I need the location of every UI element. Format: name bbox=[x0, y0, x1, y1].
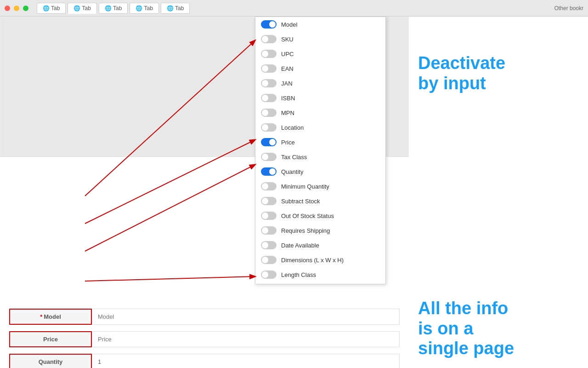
toggle-label-price: Price bbox=[281, 139, 295, 146]
browser-tab-5[interactable]: 🌐 Tab bbox=[161, 3, 190, 14]
toggle-knob bbox=[262, 124, 268, 131]
quantity-input[interactable] bbox=[92, 354, 400, 368]
toggle-switch-minimum-quantity[interactable] bbox=[261, 182, 277, 190]
toggle-label-requires-shipping: Requires Shipping bbox=[281, 227, 330, 234]
toggle-label-subtract-stock: Subtract Stock bbox=[281, 198, 320, 205]
toggle-label-date-available: Date Available bbox=[281, 242, 319, 249]
toggle-label-tax-class: Tax Class bbox=[281, 154, 307, 161]
dropdown-item-price[interactable]: Price bbox=[255, 135, 385, 150]
dropdown-item-sku[interactable]: SKU bbox=[255, 32, 385, 46]
dropdown-item-quantity[interactable]: Quantity bbox=[255, 164, 385, 179]
toggle-switch-requires-shipping[interactable] bbox=[261, 226, 277, 235]
dropdown-item-location[interactable]: Location bbox=[255, 120, 385, 135]
browser-tab-4[interactable]: 🌐 Tab bbox=[130, 3, 158, 14]
toggle-label-dimensions-(l-x-w-x-h): Dimensions (L x W x H) bbox=[281, 257, 344, 264]
toggle-knob bbox=[269, 139, 276, 145]
toggle-label-location: Location bbox=[281, 124, 304, 131]
annotation-single-page: All the infois on asingle page bbox=[418, 299, 579, 359]
toggle-knob bbox=[262, 257, 268, 263]
model-row: * Model bbox=[9, 309, 400, 325]
svg-line-3 bbox=[85, 165, 255, 251]
dropdown-item-minimum-quantity[interactable]: Minimum Quantity bbox=[255, 179, 385, 194]
left-panel: * Model Price Quantity Status Enabled bbox=[0, 17, 409, 368]
toggle-switch-model[interactable] bbox=[261, 20, 277, 29]
toggle-switch-length-class[interactable] bbox=[261, 270, 277, 279]
browser-tab-1[interactable]: 🌐 Tab bbox=[37, 3, 66, 14]
model-input[interactable] bbox=[92, 309, 400, 325]
form-section: * Model Price Quantity Status Enabled bbox=[0, 299, 409, 368]
required-star: * bbox=[40, 313, 42, 320]
toggle-knob bbox=[262, 227, 268, 234]
right-panel: Deactivateby input All the infois on asi… bbox=[409, 17, 588, 368]
dropdown-item-length-class[interactable]: Length Class bbox=[255, 267, 385, 282]
toggle-knob bbox=[262, 109, 268, 116]
toggle-switch-tax-class[interactable] bbox=[261, 153, 277, 161]
price-row: Price bbox=[9, 331, 400, 347]
toggle-label-model: Model bbox=[281, 21, 297, 28]
toggle-knob bbox=[262, 154, 268, 160]
dropdown-item-subtract-stock[interactable]: Subtract Stock bbox=[255, 194, 385, 208]
toggle-label-minimum-quantity: Minimum Quantity bbox=[281, 183, 329, 190]
toggle-knob bbox=[262, 198, 268, 204]
column-toggle-dropdown: ModelSKUUPCEANJANISBNMPNLocationPriceTax… bbox=[255, 17, 386, 284]
dropdown-item-upc[interactable]: UPC bbox=[255, 46, 385, 61]
toggle-label-isbn: ISBN bbox=[281, 95, 295, 102]
toggle-knob bbox=[262, 65, 268, 72]
toggle-switch-price[interactable] bbox=[261, 138, 277, 146]
toggle-switch-jan[interactable] bbox=[261, 79, 277, 87]
toggle-knob bbox=[262, 213, 268, 219]
toggle-switch-isbn[interactable] bbox=[261, 94, 277, 102]
dropdown-item-model[interactable]: Model bbox=[255, 17, 385, 32]
toggle-label-jan: JAN bbox=[281, 80, 293, 87]
dropdown-item-date-available[interactable]: Date Available bbox=[255, 238, 385, 253]
toggle-knob bbox=[262, 271, 268, 278]
browser-tabs: 🌐 Tab 🌐 Tab 🌐 Tab 🌐 Tab 🌐 Tab bbox=[37, 3, 551, 14]
browser-tab-2[interactable]: 🌐 Tab bbox=[68, 3, 96, 14]
toggle-label-mpn: MPN bbox=[281, 109, 294, 116]
toggle-label-quantity: Quantity bbox=[281, 168, 303, 175]
dropdown-item-out-of-stock-status[interactable]: Out Of Stock Status bbox=[255, 208, 385, 223]
toggle-knob bbox=[262, 242, 268, 248]
price-label: Price bbox=[9, 331, 92, 347]
dropdown-item-weight[interactable]: Weight bbox=[255, 282, 385, 284]
dropdown-item-jan[interactable]: JAN bbox=[255, 76, 385, 91]
dropdown-item-ean[interactable]: EAN bbox=[255, 61, 385, 76]
browser-tab-3[interactable]: 🌐 Tab bbox=[99, 3, 128, 14]
toggle-label-out-of-stock-status: Out Of Stock Status bbox=[281, 213, 334, 219]
other-bookmarks-label: Other bookr bbox=[554, 5, 583, 12]
toggle-switch-mpn[interactable] bbox=[261, 109, 277, 117]
toggle-knob bbox=[262, 36, 268, 42]
price-input[interactable] bbox=[92, 331, 400, 347]
browser-chrome: 🌐 Tab 🌐 Tab 🌐 Tab 🌐 Tab 🌐 Tab Other book… bbox=[0, 0, 588, 17]
toggle-knob bbox=[269, 168, 276, 175]
minimize-dot[interactable] bbox=[14, 6, 19, 11]
toggle-switch-subtract-stock[interactable] bbox=[261, 197, 277, 205]
toggle-knob bbox=[262, 51, 268, 57]
svg-line-4 bbox=[85, 276, 255, 281]
dropdown-item-requires-shipping[interactable]: Requires Shipping bbox=[255, 223, 385, 238]
toggle-knob bbox=[262, 95, 268, 101]
toggle-knob bbox=[262, 183, 268, 190]
maximize-dot[interactable] bbox=[23, 6, 28, 11]
toggle-switch-date-available[interactable] bbox=[261, 241, 277, 249]
close-dot[interactable] bbox=[5, 6, 10, 11]
toggle-label-sku: SKU bbox=[281, 36, 294, 43]
toggle-switch-dimensions-(l-x-w-x-h)[interactable] bbox=[261, 256, 277, 264]
toggle-label-ean: EAN bbox=[281, 65, 294, 72]
dropdown-scroll-area[interactable]: ModelSKUUPCEANJANISBNMPNLocationPriceTax… bbox=[255, 17, 385, 284]
dropdown-item-isbn[interactable]: ISBN bbox=[255, 91, 385, 105]
dropdown-item-tax-class[interactable]: Tax Class bbox=[255, 150, 385, 164]
dropdown-item-mpn[interactable]: MPN bbox=[255, 105, 385, 120]
toggle-switch-location[interactable] bbox=[261, 123, 277, 132]
quantity-row: Quantity bbox=[9, 354, 400, 368]
toggle-label-length-class: Length Class bbox=[281, 271, 316, 278]
toggle-switch-quantity[interactable] bbox=[261, 167, 277, 176]
dropdown-item-dimensions-(l-x-w-x-h)[interactable]: Dimensions (L x W x H) bbox=[255, 253, 385, 267]
toggle-label-upc: UPC bbox=[281, 51, 294, 58]
toggle-switch-out-of-stock-status[interactable] bbox=[261, 212, 277, 220]
annotation-deactivate: Deactivateby input bbox=[418, 53, 579, 93]
toggle-switch-ean[interactable] bbox=[261, 64, 277, 73]
quantity-label: Quantity bbox=[9, 354, 92, 368]
toggle-switch-upc[interactable] bbox=[261, 50, 277, 58]
toggle-switch-sku[interactable] bbox=[261, 35, 277, 43]
